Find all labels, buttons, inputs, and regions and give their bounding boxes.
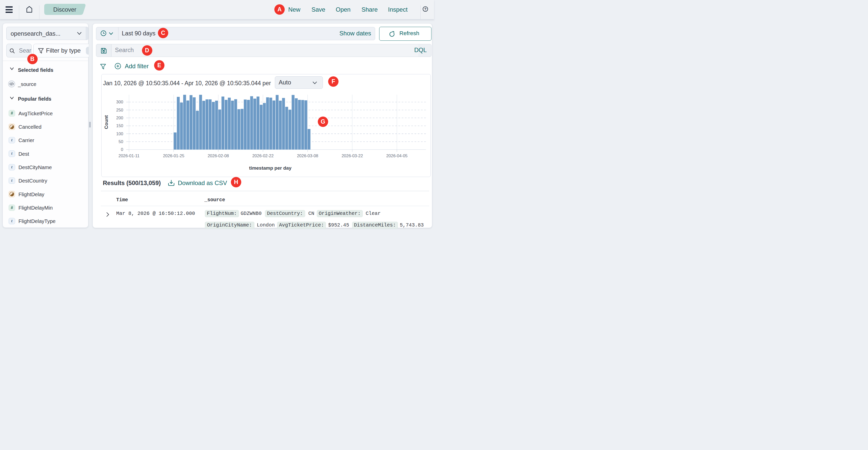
- svg-text:250: 250: [116, 108, 123, 112]
- svg-text:200: 200: [116, 115, 123, 120]
- svg-text:Discover: Discover: [53, 6, 76, 13]
- svg-text:100: 100: [116, 132, 123, 136]
- svg-text:2026-03-22: 2026-03-22: [342, 153, 363, 158]
- svg-text:0: 0: [121, 147, 123, 152]
- svg-text:2026-02-22: 2026-02-22: [252, 153, 274, 158]
- svg-text:50: 50: [119, 139, 123, 144]
- svg-text:2026-04-05: 2026-04-05: [386, 153, 407, 158]
- svg-text:150: 150: [116, 123, 123, 128]
- svg-text:2026-01-11: 2026-01-11: [119, 153, 140, 158]
- svg-text:2026-01-25: 2026-01-25: [163, 153, 184, 158]
- svg-text:Count: Count: [103, 115, 109, 129]
- svg-text:?: ?: [424, 7, 427, 11]
- svg-text:timestamp per day: timestamp per day: [249, 165, 291, 171]
- svg-text:2026-03-08: 2026-03-08: [297, 153, 318, 158]
- svg-text:300: 300: [116, 100, 123, 104]
- svg-text:2026-02-08: 2026-02-08: [208, 153, 229, 158]
